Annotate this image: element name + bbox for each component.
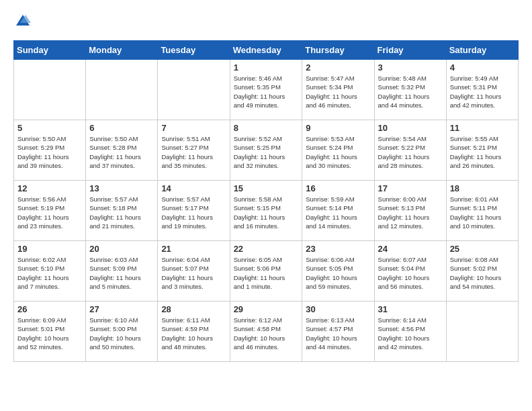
day-info: Sunrise: 6:11 AM Sunset: 4:59 PM Dayligh…: [161, 316, 226, 351]
day-number: 4: [450, 62, 515, 73]
day-cell: 4Sunrise: 5:49 AM Sunset: 5:31 PM Daylig…: [446, 60, 518, 120]
day-number: 3: [378, 62, 443, 73]
day-info: Sunrise: 5:55 AM Sunset: 5:21 PM Dayligh…: [450, 134, 515, 170]
day-number: 23: [306, 244, 370, 254]
week-row-4: 19Sunrise: 6:02 AM Sunset: 5:10 PM Dayli…: [14, 241, 519, 302]
day-info: Sunrise: 5:56 AM Sunset: 5:19 PM Dayligh…: [17, 195, 82, 230]
day-cell: 10Sunrise: 5:54 AM Sunset: 5:22 PM Dayli…: [374, 120, 446, 181]
logo-icon: [15, 13, 31, 30]
day-cell: [86, 60, 158, 120]
day-info: Sunrise: 5:47 AM Sunset: 5:34 PM Dayligh…: [306, 74, 370, 109]
day-header-saturday: Saturday: [446, 41, 518, 60]
day-header-row: SundayMondayTuesdayWednesdayThursdayFrid…: [14, 41, 519, 60]
day-number: 29: [234, 304, 299, 314]
day-cell: 15Sunrise: 5:58 AM Sunset: 5:15 PM Dayli…: [230, 181, 302, 241]
day-header-wednesday: Wednesday: [230, 41, 302, 60]
day-info: Sunrise: 5:46 AM Sunset: 5:35 PM Dayligh…: [234, 74, 299, 109]
week-row-1: 1Sunrise: 5:46 AM Sunset: 5:35 PM Daylig…: [14, 60, 519, 120]
day-info: Sunrise: 6:08 AM Sunset: 5:02 PM Dayligh…: [450, 255, 515, 291]
day-cell: 17Sunrise: 6:00 AM Sunset: 5:13 PM Dayli…: [374, 181, 446, 241]
day-info: Sunrise: 5:49 AM Sunset: 5:31 PM Dayligh…: [450, 74, 515, 109]
day-number: 15: [234, 183, 299, 193]
day-cell: 3Sunrise: 5:48 AM Sunset: 5:32 PM Daylig…: [374, 60, 446, 120]
day-number: 25: [450, 244, 515, 254]
day-header-friday: Friday: [374, 41, 446, 60]
calendar: SundayMondayTuesdayWednesdayThursdayFrid…: [13, 40, 519, 362]
day-cell: 19Sunrise: 6:02 AM Sunset: 5:10 PM Dayli…: [14, 241, 86, 302]
day-cell: [14, 60, 86, 120]
day-cell: 29Sunrise: 6:12 AM Sunset: 4:58 PM Dayli…: [230, 302, 302, 362]
day-info: Sunrise: 6:06 AM Sunset: 5:05 PM Dayligh…: [306, 255, 370, 291]
day-number: 10: [378, 123, 443, 133]
day-number: 19: [17, 244, 82, 254]
day-cell: 28Sunrise: 6:11 AM Sunset: 4:59 PM Dayli…: [158, 302, 230, 362]
day-cell: 16Sunrise: 5:59 AM Sunset: 5:14 PM Dayli…: [302, 181, 374, 241]
day-info: Sunrise: 5:53 AM Sunset: 5:24 PM Dayligh…: [306, 134, 370, 170]
day-info: Sunrise: 5:48 AM Sunset: 5:32 PM Dayligh…: [378, 74, 443, 109]
day-cell: 30Sunrise: 6:13 AM Sunset: 4:57 PM Dayli…: [302, 302, 374, 362]
day-cell: 14Sunrise: 5:57 AM Sunset: 5:17 PM Dayli…: [158, 181, 230, 241]
day-number: 14: [161, 183, 226, 193]
day-cell: 2Sunrise: 5:47 AM Sunset: 5:34 PM Daylig…: [302, 60, 374, 120]
day-info: Sunrise: 6:00 AM Sunset: 5:13 PM Dayligh…: [378, 195, 443, 230]
day-cell: 12Sunrise: 5:56 AM Sunset: 5:19 PM Dayli…: [14, 181, 86, 241]
header: [13, 13, 519, 30]
day-number: 12: [17, 183, 82, 193]
day-cell: 18Sunrise: 6:01 AM Sunset: 5:11 PM Dayli…: [446, 181, 518, 241]
day-info: Sunrise: 6:05 AM Sunset: 5:06 PM Dayligh…: [234, 255, 299, 291]
day-cell: 31Sunrise: 6:14 AM Sunset: 4:56 PM Dayli…: [374, 302, 446, 362]
logo: [13, 13, 31, 30]
day-number: 1: [234, 62, 299, 73]
day-cell: 22Sunrise: 6:05 AM Sunset: 5:06 PM Dayli…: [230, 241, 302, 302]
day-cell: 26Sunrise: 6:09 AM Sunset: 5:01 PM Dayli…: [14, 302, 86, 362]
day-info: Sunrise: 6:13 AM Sunset: 4:57 PM Dayligh…: [306, 316, 370, 351]
day-cell: 20Sunrise: 6:03 AM Sunset: 5:09 PM Dayli…: [86, 241, 158, 302]
day-cell: [158, 60, 230, 120]
day-cell: 13Sunrise: 5:57 AM Sunset: 5:18 PM Dayli…: [86, 181, 158, 241]
day-info: Sunrise: 6:09 AM Sunset: 5:01 PM Dayligh…: [17, 316, 82, 351]
day-cell: 1Sunrise: 5:46 AM Sunset: 5:35 PM Daylig…: [230, 60, 302, 120]
day-cell: 25Sunrise: 6:08 AM Sunset: 5:02 PM Dayli…: [446, 241, 518, 302]
day-info: Sunrise: 6:12 AM Sunset: 4:58 PM Dayligh…: [234, 316, 299, 351]
day-info: Sunrise: 6:07 AM Sunset: 5:04 PM Dayligh…: [378, 255, 443, 291]
day-number: 18: [450, 183, 515, 193]
week-row-3: 12Sunrise: 5:56 AM Sunset: 5:19 PM Dayli…: [14, 181, 519, 241]
day-cell: [446, 302, 518, 362]
day-info: Sunrise: 6:02 AM Sunset: 5:10 PM Dayligh…: [17, 255, 82, 291]
day-number: 9: [306, 123, 370, 133]
day-number: 22: [234, 244, 299, 254]
day-info: Sunrise: 5:59 AM Sunset: 5:14 PM Dayligh…: [306, 195, 370, 230]
day-number: 17: [378, 183, 443, 193]
day-info: Sunrise: 5:51 AM Sunset: 5:27 PM Dayligh…: [161, 134, 226, 170]
day-cell: 5Sunrise: 5:50 AM Sunset: 5:29 PM Daylig…: [14, 120, 86, 181]
week-row-2: 5Sunrise: 5:50 AM Sunset: 5:29 PM Daylig…: [14, 120, 519, 181]
day-header-monday: Monday: [86, 41, 158, 60]
day-number: 27: [89, 304, 154, 314]
day-info: Sunrise: 5:50 AM Sunset: 5:29 PM Dayligh…: [17, 134, 82, 170]
day-number: 28: [161, 304, 226, 314]
day-info: Sunrise: 6:01 AM Sunset: 5:11 PM Dayligh…: [450, 195, 515, 230]
day-number: 6: [89, 123, 154, 133]
day-info: Sunrise: 5:54 AM Sunset: 5:22 PM Dayligh…: [378, 134, 443, 170]
day-cell: 6Sunrise: 5:50 AM Sunset: 5:28 PM Daylig…: [86, 120, 158, 181]
day-info: Sunrise: 6:04 AM Sunset: 5:07 PM Dayligh…: [161, 255, 226, 291]
day-cell: 24Sunrise: 6:07 AM Sunset: 5:04 PM Dayli…: [374, 241, 446, 302]
day-number: 2: [306, 62, 370, 73]
day-number: 8: [234, 123, 299, 133]
day-info: Sunrise: 5:57 AM Sunset: 5:17 PM Dayligh…: [161, 195, 226, 230]
day-number: 21: [161, 244, 226, 254]
day-number: 24: [378, 244, 443, 254]
day-cell: 7Sunrise: 5:51 AM Sunset: 5:27 PM Daylig…: [158, 120, 230, 181]
day-cell: 23Sunrise: 6:06 AM Sunset: 5:05 PM Dayli…: [302, 241, 374, 302]
day-number: 11: [450, 123, 515, 133]
day-number: 30: [306, 304, 370, 314]
day-number: 7: [161, 123, 226, 133]
day-cell: 9Sunrise: 5:53 AM Sunset: 5:24 PM Daylig…: [302, 120, 374, 181]
day-cell: 8Sunrise: 5:52 AM Sunset: 5:25 PM Daylig…: [230, 120, 302, 181]
day-header-thursday: Thursday: [302, 41, 374, 60]
day-info: Sunrise: 5:50 AM Sunset: 5:28 PM Dayligh…: [89, 134, 154, 170]
week-row-5: 26Sunrise: 6:09 AM Sunset: 5:01 PM Dayli…: [14, 302, 519, 362]
day-number: 16: [306, 183, 370, 193]
day-info: Sunrise: 5:58 AM Sunset: 5:15 PM Dayligh…: [234, 195, 299, 230]
day-header-sunday: Sunday: [14, 41, 86, 60]
